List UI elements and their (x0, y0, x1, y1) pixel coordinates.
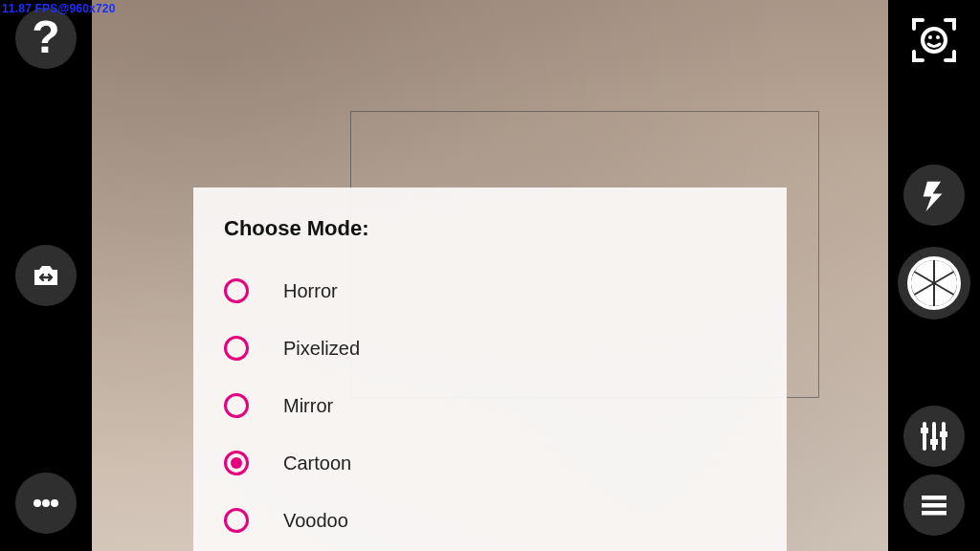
svg-text:?: ? (32, 15, 59, 61)
mode-option[interactable]: Mirror (224, 377, 756, 434)
switch-camera-icon (27, 256, 65, 295)
svg-rect-19 (940, 431, 947, 437)
svg-point-5 (928, 35, 932, 39)
svg-rect-18 (930, 439, 938, 445)
radio-icon (224, 508, 249, 533)
more-icon (27, 484, 65, 522)
more-button[interactable] (15, 473, 77, 534)
mode-option-label: Voodoo (283, 510, 348, 532)
sliders-icon (916, 418, 952, 454)
shutter-icon (907, 256, 961, 310)
mode-option[interactable]: Horror (224, 262, 756, 320)
sheet-title: Choose Mode: (224, 216, 756, 241)
mode-option-label: Pixelized (283, 338, 360, 360)
mode-option[interactable]: Pixelized (224, 320, 756, 377)
sidebar-right (888, 0, 980, 551)
flash-icon (918, 179, 950, 211)
svg-point-4 (923, 29, 946, 52)
switch-camera-button[interactable] (15, 245, 77, 306)
face-detect-button[interactable] (903, 10, 965, 71)
svg-rect-20 (922, 496, 947, 500)
svg-point-3 (51, 499, 58, 507)
svg-point-6 (936, 35, 940, 39)
sidebar-left: ? (0, 0, 92, 551)
mode-option-label: Horror (283, 280, 338, 302)
radio-icon (224, 336, 249, 361)
radio-icon (224, 278, 249, 303)
mode-option-label: Cartoon (283, 452, 351, 474)
mode-list: HorrorPixelizedMirrorCartoonVoodoo (224, 262, 756, 549)
mode-sheet: Choose Mode: HorrorPixelizedMirrorCartoo… (193, 187, 787, 551)
help-icon: ? (29, 15, 63, 61)
shutter-button[interactable] (898, 247, 970, 320)
mode-option[interactable]: Voodoo (224, 492, 756, 549)
radio-icon (224, 393, 249, 418)
svg-point-1 (33, 499, 41, 507)
menu-icon (917, 488, 951, 522)
svg-rect-17 (921, 428, 928, 433)
sliders-button[interactable] (903, 406, 965, 467)
camera-viewfinder: Choose Mode: HorrorPixelizedMirrorCartoo… (92, 0, 888, 551)
menu-button[interactable] (903, 474, 965, 536)
svg-point-2 (42, 499, 50, 507)
mode-option[interactable]: Cartoon (224, 434, 756, 492)
app-root: 11.87 FPS@960x720 ? (0, 0, 980, 551)
debug-fps-text: 11.87 FPS@960x720 (2, 2, 116, 15)
svg-rect-21 (922, 503, 947, 508)
svg-rect-22 (922, 511, 947, 516)
radio-icon (224, 451, 249, 475)
mode-option-label: Mirror (283, 395, 333, 417)
help-button[interactable]: ? (15, 8, 77, 69)
face-detect-icon (907, 13, 961, 67)
flash-button[interactable] (903, 165, 965, 226)
